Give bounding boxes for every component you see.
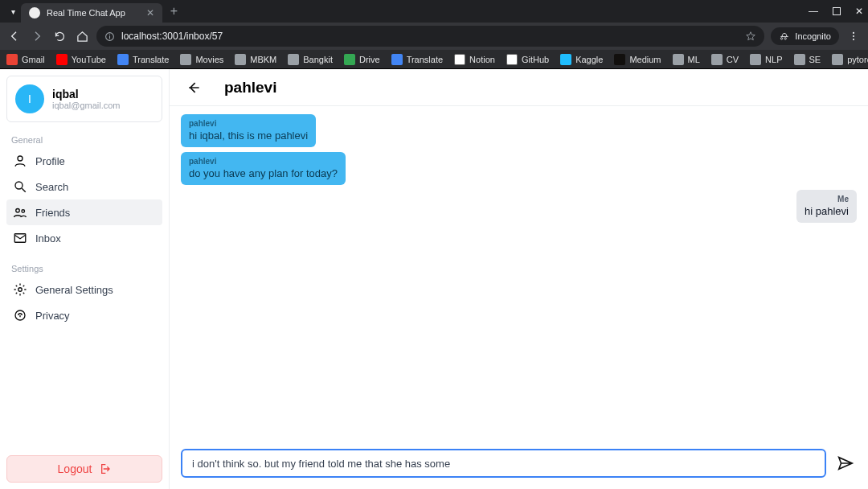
- bookmark-label: Movies: [195, 55, 223, 64]
- svg-point-8: [15, 182, 23, 189]
- message-row: pahlevido you have any plan for today?: [181, 152, 857, 185]
- message-sender: pahlevi: [189, 157, 338, 166]
- bookmark-label: Translate: [407, 55, 443, 64]
- sidebar-item-search[interactable]: Search: [6, 174, 162, 199]
- bookmark-favicon-icon: [180, 54, 191, 65]
- gear-icon: [13, 282, 27, 297]
- bookmark-label: Bangkit: [303, 55, 333, 64]
- svg-point-6: [853, 39, 854, 40]
- window-maximize-icon[interactable]: [833, 7, 841, 15]
- bookmark-item[interactable]: ML: [673, 54, 700, 65]
- bookmark-item[interactable]: Movies: [180, 54, 223, 65]
- bookmark-item[interactable]: Drive: [344, 54, 380, 65]
- browser-toolbar: localhost:3001/inbox/57 Incognito: [0, 23, 868, 50]
- browser-menu-icon[interactable]: [845, 28, 862, 44]
- bookmark-item[interactable]: pytorch: [832, 54, 868, 65]
- search-icon: [13, 179, 27, 194]
- bookmark-item[interactable]: NLP: [750, 54, 782, 65]
- bookmark-item[interactable]: Gmail: [6, 54, 45, 65]
- nav-forward-icon: [29, 28, 45, 44]
- bookmark-label: GitHub: [522, 55, 549, 64]
- incognito-label: Incognito: [795, 31, 831, 41]
- bookmark-item[interactable]: GitHub: [506, 54, 549, 65]
- user-card[interactable]: I iqbal iqbal@gmail.com: [6, 76, 162, 122]
- sidebar-item-profile[interactable]: Profile: [6, 148, 162, 174]
- svg-point-7: [18, 156, 23, 161]
- window-minimize-icon[interactable]: —: [809, 6, 818, 17]
- section-general-label: General: [11, 135, 162, 145]
- message-text: hi pahlevi: [805, 205, 849, 217]
- bookmark-label: ML: [688, 55, 700, 64]
- bookmark-label: Notion: [469, 55, 495, 64]
- privacy-icon: [13, 308, 27, 323]
- browser-tab[interactable]: Real Time Chat App ✕: [21, 3, 162, 23]
- messages-area: pahlevihi iqbal, this is me pahlevipahle…: [170, 106, 868, 441]
- bookmark-label: Medium: [629, 55, 661, 64]
- svg-line-9: [22, 188, 26, 192]
- sidebar-item-label: Profile: [35, 155, 65, 167]
- browser-tab-bar: ▾ Real Time Chat App ✕ + — ✕: [0, 0, 868, 23]
- bookmark-label: SE: [809, 55, 821, 64]
- message-bubble-in: pahlevihi iqbal, this is me pahlevi: [181, 114, 316, 147]
- bookmark-favicon-icon: [794, 54, 805, 65]
- sidebar-item-label: Privacy: [35, 310, 70, 322]
- bookmark-label: Kaggle: [575, 55, 603, 64]
- bookmark-star-icon[interactable]: [745, 31, 756, 42]
- bookmark-item[interactable]: Kaggle: [560, 54, 603, 65]
- bookmark-item[interactable]: Translate: [391, 54, 443, 65]
- new-tab-button[interactable]: +: [170, 4, 178, 18]
- back-button[interactable]: [184, 78, 203, 97]
- bookmark-favicon-icon: [711, 54, 723, 65]
- tab-search-icon[interactable]: ▾: [6, 5, 19, 18]
- logout-icon: [98, 462, 111, 475]
- sidebar-item-privacy[interactable]: Privacy: [6, 302, 162, 328]
- bookmark-label: Gmail: [22, 55, 45, 64]
- logout-button[interactable]: Logout: [6, 455, 162, 483]
- svg-point-4: [853, 32, 854, 34]
- bookmark-favicon-icon: [235, 54, 246, 65]
- sidebar: I iqbal iqbal@gmail.com General Profile: [0, 69, 169, 489]
- bookmarks-bar: GmailYouTubeTranslateMoviesMBKMBangkitDr…: [0, 50, 868, 69]
- nav-back-icon[interactable]: [6, 28, 23, 44]
- message-input[interactable]: [181, 449, 826, 478]
- logout-label: Logout: [58, 462, 92, 475]
- nav-home-icon[interactable]: [74, 28, 90, 44]
- send-button[interactable]: [834, 452, 857, 475]
- message-row: pahlevihi iqbal, this is me pahlevi: [181, 114, 857, 147]
- bookmark-item[interactable]: YouTube: [56, 54, 106, 65]
- sidebar-item-general-settings[interactable]: General Settings: [6, 277, 162, 302]
- site-info-icon[interactable]: [104, 31, 115, 42]
- bookmark-favicon-icon: [454, 54, 465, 65]
- incognito-icon: [779, 31, 790, 42]
- tab-close-icon[interactable]: ✕: [146, 7, 154, 18]
- bookmark-favicon-icon: [750, 54, 761, 65]
- sidebar-item-friends[interactable]: Friends: [6, 199, 162, 225]
- friends-icon: [13, 205, 27, 220]
- section-settings-label: Settings: [11, 264, 162, 273]
- nav-reload-icon[interactable]: [51, 28, 68, 44]
- svg-point-3: [109, 34, 110, 35]
- profile-icon: [13, 154, 27, 168]
- sidebar-item-label: Inbox: [35, 232, 61, 244]
- composer: [170, 441, 868, 489]
- bookmark-favicon-icon: [832, 54, 843, 65]
- bookmark-item[interactable]: Medium: [614, 54, 661, 65]
- bookmark-item[interactable]: SE: [794, 54, 821, 65]
- sidebar-item-label: Friends: [35, 207, 70, 219]
- window-close-icon[interactable]: ✕: [855, 6, 863, 17]
- bookmark-item[interactable]: CV: [711, 54, 739, 65]
- svg-point-10: [16, 209, 20, 213]
- incognito-badge[interactable]: Incognito: [771, 27, 839, 45]
- bookmark-favicon-icon: [288, 54, 299, 65]
- bookmark-item[interactable]: Translate: [117, 54, 169, 65]
- bookmark-favicon-icon: [56, 54, 68, 65]
- message-bubble-in: pahlevido you have any plan for today?: [181, 152, 346, 185]
- sidebar-item-label: Search: [35, 181, 68, 193]
- address-bar[interactable]: localhost:3001/inbox/57: [96, 26, 764, 47]
- bookmark-item[interactable]: MBKM: [235, 54, 276, 65]
- bookmark-label: Translate: [133, 55, 169, 64]
- bookmark-item[interactable]: Notion: [454, 54, 495, 65]
- sidebar-item-inbox[interactable]: Inbox: [6, 225, 162, 251]
- bookmark-item[interactable]: Bangkit: [288, 54, 333, 65]
- app-root: I iqbal iqbal@gmail.com General Profile: [0, 69, 868, 489]
